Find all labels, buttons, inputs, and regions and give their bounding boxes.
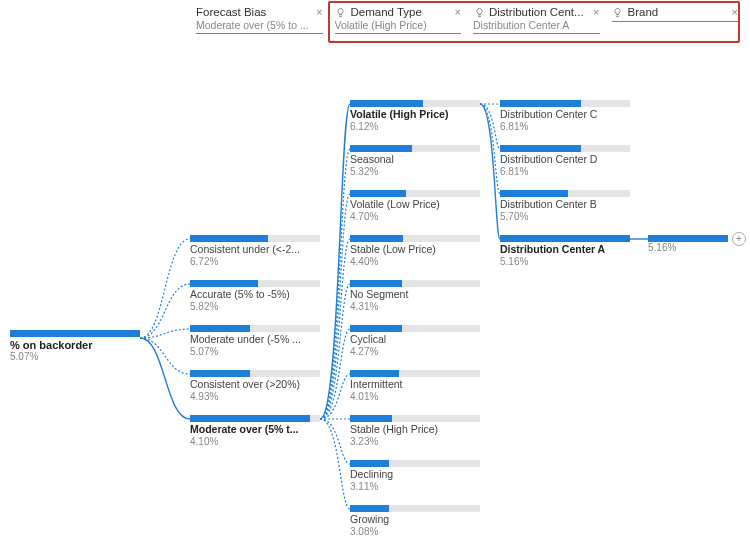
tree-node[interactable]: Distribution Center D6.81% [500,145,630,177]
bar-fill [190,280,258,287]
header-underline [196,33,323,34]
header-col-distribution-center[interactable]: Distribution Cent... × Distribution Cent… [467,4,606,38]
tree-node[interactable]: Distribution Center B5.70% [500,190,630,222]
bar-fill [500,190,568,197]
bar-track [350,370,480,377]
header-title: Brand [628,6,659,18]
bar-track [190,235,320,242]
node-label: Volatile (High Price) [350,109,480,121]
header-col-brand[interactable]: Brand × [606,4,745,38]
tree-node[interactable]: Moderate under (-5% ...5.07% [190,325,320,357]
bar-track [190,280,320,287]
node-pct: 6.81% [500,121,630,132]
header-col-forecast-bias[interactable]: Forecast Bias × Moderate over (5% to ... [190,4,329,38]
bar-track [10,330,140,337]
bar-track [350,505,480,512]
tree-node[interactable]: 5.16% [648,235,728,253]
tree-node[interactable]: Distribution Center C6.81% [500,100,630,132]
bar-fill [350,190,406,197]
bar-track [190,325,320,332]
bar-track [350,280,480,287]
bar-track [350,415,480,422]
bar-track [350,325,480,332]
bar-fill [350,235,403,242]
header-sub: Distribution Center A [473,19,600,31]
tree-node[interactable]: Volatile (High Price)6.12% [350,100,480,132]
tree-node[interactable]: Moderate over (5% t...4.10% [190,415,320,447]
node-pct: 6.12% [350,121,480,132]
node-pct: 5.70% [500,211,630,222]
node-pct: 4.10% [190,436,320,447]
tree-node[interactable]: Stable (Low Price)4.40% [350,235,480,267]
bar-fill [10,330,140,337]
header-sub: Volatile (High Price) [335,19,462,31]
node-label: Volatile (Low Price) [350,199,480,211]
bar-fill [648,235,728,242]
lightbulb-icon [612,6,624,18]
node-pct: 4.40% [350,256,480,267]
node-label: Consistent under (<-2... [190,244,320,256]
tree-node[interactable]: Accurate (5% to -5%)5.82% [190,280,320,312]
bar-fill [190,325,250,332]
header-sub: Moderate over (5% to ... [196,19,323,31]
bar-track [190,370,320,377]
node-label: Moderate under (-5% ... [190,334,320,346]
tree-node[interactable]: Volatile (Low Price)4.70% [350,190,480,222]
node-pct: 6.72% [190,256,320,267]
tree-node[interactable]: Seasonal5.32% [350,145,480,177]
node-label: No Segment [350,289,480,301]
node-label: Consistent over (>20%) [190,379,320,391]
close-icon[interactable]: × [732,6,738,18]
node-label: Stable (Low Price) [350,244,480,256]
bar-track [350,235,480,242]
bar-fill [500,235,630,242]
node-label: Distribution Center A [500,244,630,256]
node-pct: 4.93% [190,391,320,402]
tree-node[interactable]: Growing3.08% [350,505,480,537]
lightbulb-icon [473,6,485,18]
bar-fill [500,100,581,107]
bar-fill [190,235,268,242]
tree-node[interactable]: No Segment4.31% [350,280,480,312]
bar-fill [350,415,392,422]
bar-fill [350,145,412,152]
header-underline [473,33,600,34]
close-icon[interactable]: × [593,6,599,18]
root-node[interactable]: % on backorder 5.07% [10,330,140,362]
bar-track [500,145,630,152]
lightbulb-icon [335,6,347,18]
node-label: Distribution Center D [500,154,630,166]
node-label: Accurate (5% to -5%) [190,289,320,301]
node-label: Growing [350,514,480,526]
node-label: % on backorder [10,339,140,351]
header-underline [335,33,462,34]
tree-node[interactable]: Cyclical4.27% [350,325,480,357]
bar-track [648,235,728,242]
node-pct: 3.23% [350,436,480,447]
tree-node[interactable]: Stable (High Price)3.23% [350,415,480,447]
bar-fill [350,280,402,287]
tree-node[interactable]: Consistent over (>20%)4.93% [190,370,320,402]
node-pct: 4.27% [350,346,480,357]
node-label: Intermittent [350,379,480,391]
close-icon[interactable]: × [316,6,322,18]
close-icon[interactable]: × [455,6,461,18]
node-pct: 5.16% [648,242,728,253]
header-col-demand-type[interactable]: Demand Type × Volatile (High Price) [329,4,468,38]
node-pct: 3.08% [350,526,480,537]
bar-track [350,460,480,467]
node-pct: 4.70% [350,211,480,222]
tree-node[interactable]: Consistent under (<-2...6.72% [190,235,320,267]
bar-track [350,190,480,197]
tree-node[interactable]: Declining3.11% [350,460,480,492]
node-label: Declining [350,469,480,481]
bar-track [500,190,630,197]
tree-node[interactable]: Intermittent4.01% [350,370,480,402]
node-label: Moderate over (5% t... [190,424,320,436]
tree-node[interactable]: Distribution Center A5.16% [500,235,630,267]
node-label: Stable (High Price) [350,424,480,436]
bar-fill [190,370,250,377]
node-pct: 4.31% [350,301,480,312]
bar-track [500,100,630,107]
expand-button[interactable]: + [732,232,746,246]
